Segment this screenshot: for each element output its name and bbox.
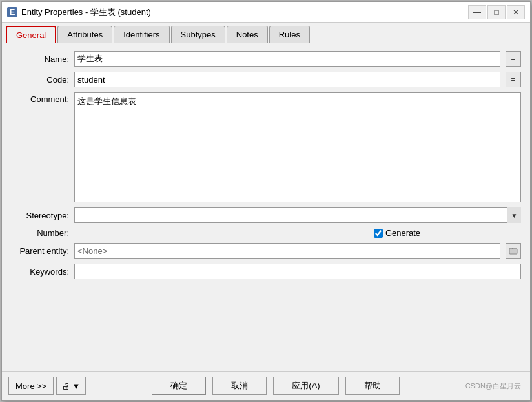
title-bar: E Entity Properties - 学生表 (student) — □ … — [2, 2, 530, 23]
folder-icon — [509, 246, 518, 255]
keywords-input[interactable] — [74, 264, 521, 279]
close-button[interactable]: ✕ — [507, 5, 525, 19]
stereotype-select[interactable] — [74, 207, 521, 223]
print-button[interactable]: 🖨 ▼ — [56, 377, 86, 395]
footer-buttons: 确定 取消 应用(A) 帮助 — [90, 377, 461, 395]
parent-label: Parent entity: — [11, 246, 69, 256]
generate-checkbox[interactable] — [374, 229, 383, 238]
printer-icon: 🖨 — [62, 381, 70, 391]
content-area: Name: = Code: = Comment: 这是学生信息表 Stereot… — [2, 43, 530, 371]
apply-button[interactable]: 应用(A) — [273, 377, 338, 395]
footer-left: More >> 🖨 ▼ — [8, 377, 86, 395]
number-label: Number: — [11, 228, 69, 238]
minimize-button[interactable]: — — [468, 5, 486, 19]
stereotype-label: Stereotype: — [11, 211, 69, 220]
name-input[interactable] — [74, 51, 500, 67]
generate-area: Generate — [374, 228, 420, 238]
tab-attributes[interactable]: Attributes — [57, 26, 112, 43]
comment-row: Comment: 这是学生信息表 — [11, 92, 521, 202]
footer: More >> 🖨 ▼ 确定 取消 应用(A) 帮助 CSDN@白星月云 — [2, 371, 530, 400]
generate-label: Generate — [385, 228, 420, 238]
title-buttons: — □ ✕ — [468, 5, 525, 19]
keywords-label: Keywords: — [11, 267, 69, 277]
tab-rules[interactable]: Rules — [269, 26, 310, 43]
parent-entity-row: Parent entity: — [11, 243, 521, 259]
comment-label: Comment: — [11, 92, 69, 104]
tab-bar: General Attributes Identifiers Subtypes … — [2, 23, 530, 43]
code-label: Code: — [11, 75, 69, 85]
code-row: Code: = — [11, 72, 521, 87]
help-button[interactable]: 帮助 — [345, 377, 400, 395]
tab-subtypes[interactable]: Subtypes — [171, 26, 225, 43]
main-window: E Entity Properties - 学生表 (student) — □ … — [1, 1, 531, 401]
tab-identifiers[interactable]: Identifiers — [114, 26, 169, 43]
window-title: Entity Properties - 学生表 (student) — [21, 6, 151, 18]
cancel-button[interactable]: 取消 — [212, 377, 267, 395]
tab-notes[interactable]: Notes — [227, 26, 268, 43]
name-equal-button[interactable]: = — [506, 51, 521, 67]
watermark: CSDN@白星月云 — [466, 381, 521, 391]
parent-input[interactable] — [74, 243, 500, 259]
ok-button[interactable]: 确定 — [152, 377, 206, 395]
svg-rect-0 — [509, 249, 517, 254]
number-row: Number: Generate — [11, 228, 521, 238]
name-label: Name: — [11, 54, 69, 64]
code-input[interactable] — [74, 72, 500, 87]
browse-button[interactable] — [506, 243, 521, 259]
stereotype-row: Stereotype: ▼ — [11, 207, 521, 223]
comment-textarea[interactable]: 这是学生信息表 — [74, 92, 521, 202]
print-arrow-icon: ▼ — [72, 381, 80, 391]
code-equal-button[interactable]: = — [506, 72, 521, 87]
tab-general[interactable]: General — [6, 26, 56, 43]
stereotype-select-wrapper: ▼ — [74, 207, 521, 223]
maximize-button[interactable]: □ — [487, 5, 506, 19]
app-icon: E — [7, 7, 17, 17]
title-bar-left: E Entity Properties - 学生表 (student) — [7, 6, 151, 18]
name-row: Name: = — [11, 51, 521, 67]
more-button[interactable]: More >> — [8, 377, 54, 395]
keywords-row: Keywords: — [11, 264, 521, 279]
